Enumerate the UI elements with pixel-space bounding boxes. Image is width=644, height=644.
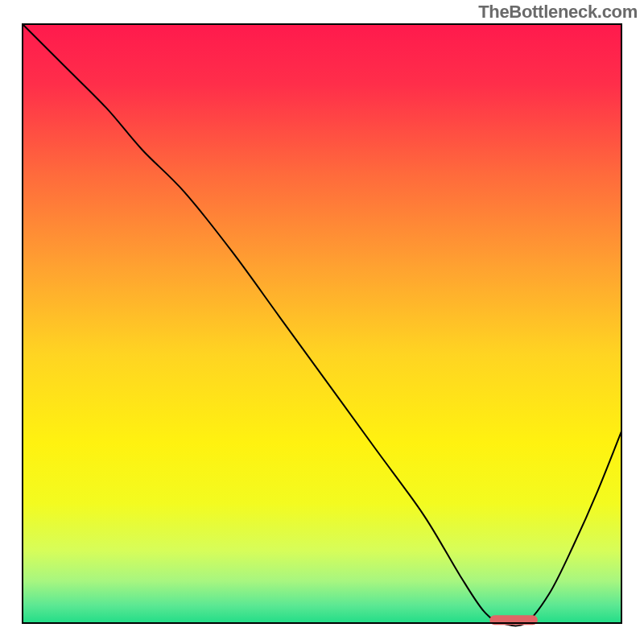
bottleneck-chart	[0, 0, 644, 644]
